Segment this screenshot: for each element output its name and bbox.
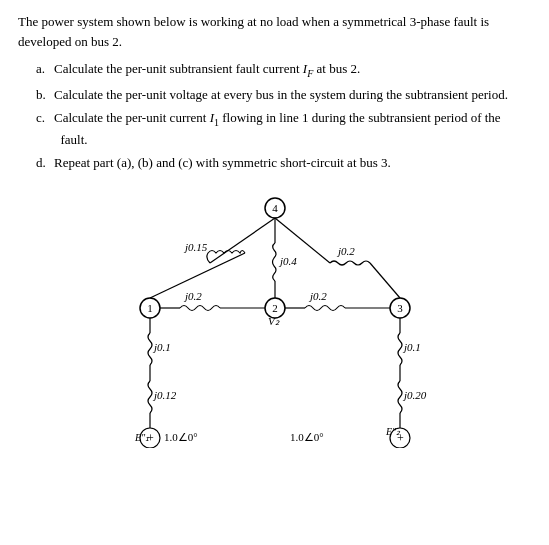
q-label-c: c. [36, 108, 54, 128]
q-label-a: a. [36, 59, 54, 79]
inductor-bus1-bus2 [180, 305, 220, 310]
line-bus4-bus3-seg2 [370, 263, 400, 298]
q-label-b: b. [36, 85, 54, 105]
label-j02-mid-right: j0.2 [308, 290, 327, 302]
circuit-svg: 4 1 2 3 j0.15 [90, 183, 460, 448]
bus2-label: 2 [272, 302, 278, 314]
inductor-bus4-bus3 [330, 261, 370, 265]
inductor-j012 [148, 381, 152, 413]
bus4-label: 4 [272, 202, 278, 214]
q-text-d: Repeat part (a), (b) and (c) with symmet… [54, 153, 391, 173]
question-d: d. Repeat part (a), (b) and (c) with sym… [36, 153, 531, 173]
q-label-d: d. [36, 153, 54, 173]
label-j02-top-right: j0.2 [336, 245, 355, 257]
v2-label: V₂ [268, 315, 280, 327]
label-j02-mid-left: j0.2 [183, 290, 202, 302]
inductor-j01-right [398, 333, 402, 365]
question-c: c. Calculate the per-unit current I1 flo… [36, 108, 531, 149]
label-voltage2: 1.0∠0° [290, 431, 324, 443]
label-j012: j0.12 [152, 389, 177, 401]
question-b: b. Calculate the per-unit voltage at eve… [36, 85, 531, 105]
source2-plus: + [397, 431, 404, 445]
q-text-c: Calculate the per-unit current I1 flowin… [54, 108, 501, 149]
question-a: a. Calculate the per-unit subtransient f… [36, 59, 531, 81]
intro-line1: The power system shown below is working … [18, 14, 489, 29]
source1-plus: + [147, 431, 154, 445]
page: The power system shown below is working … [0, 0, 549, 456]
circuit-diagram: 4 1 2 3 j0.15 [18, 183, 531, 448]
label-j04: j0.4 [278, 255, 297, 267]
label-j01-left: j0.1 [152, 341, 171, 353]
intro-paragraph: The power system shown below is working … [18, 12, 531, 51]
inductor-j020 [398, 381, 402, 413]
label-j01-right: j0.1 [402, 341, 421, 353]
bus1-label: 1 [147, 302, 153, 314]
inductor-bus4-bus2 [272, 243, 276, 281]
q-text-a: Calculate the per-unit subtransient faul… [54, 59, 360, 81]
q-text-b: Calculate the per-unit voltage at every … [54, 85, 508, 105]
label-voltage1: 1.0∠0° [164, 431, 198, 443]
intro-line2: developed on bus 2. [18, 34, 122, 49]
inductor-j01-left [148, 333, 152, 365]
label-j020: j0.20 [402, 389, 427, 401]
question-list: a. Calculate the per-unit subtransient f… [36, 59, 531, 173]
label-j015: j0.15 [183, 241, 208, 253]
inductor-bus2-bus3 [305, 305, 345, 310]
line-bus4-bus1-seg1 [210, 218, 275, 263]
bus3-label: 3 [397, 302, 403, 314]
